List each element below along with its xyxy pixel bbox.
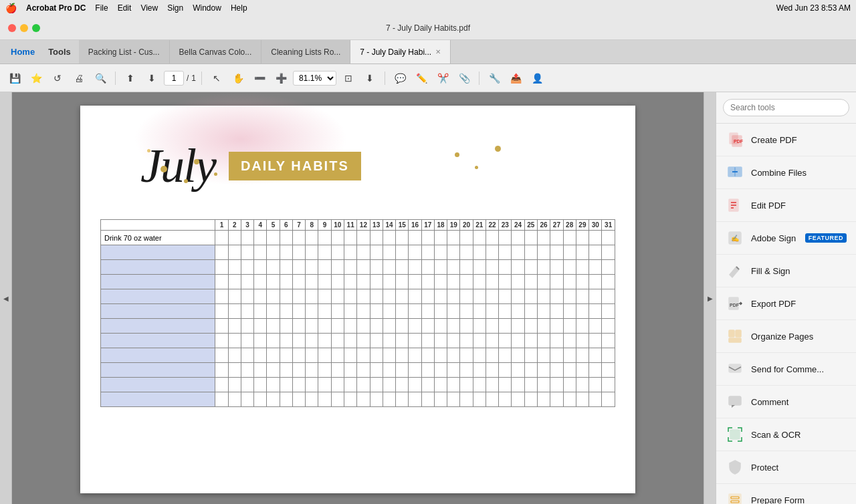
- day-cell[interactable]: [254, 289, 267, 304]
- day-cell[interactable]: [538, 378, 550, 392]
- day-cell[interactable]: [241, 245, 253, 260]
- day-cell[interactable]: [563, 348, 576, 363]
- day-cell[interactable]: [331, 334, 344, 348]
- day-cell[interactable]: [589, 319, 602, 334]
- day-cell[interactable]: [512, 275, 524, 289]
- day-cell[interactable]: [357, 334, 370, 348]
- day-cell[interactable]: [447, 289, 460, 304]
- select-tool[interactable]: ↖: [207, 69, 226, 88]
- day-cell[interactable]: [421, 245, 434, 260]
- day-cell[interactable]: [499, 289, 512, 304]
- day-cell[interactable]: [280, 260, 292, 275]
- day-cell[interactable]: [370, 319, 383, 334]
- day-cell[interactable]: [460, 275, 473, 289]
- page-number-input[interactable]: 1: [164, 71, 184, 86]
- day-cell[interactable]: [318, 245, 331, 260]
- day-cell[interactable]: [215, 260, 228, 275]
- day-cell[interactable]: [241, 378, 253, 392]
- tool-comment[interactable]: Comment: [716, 386, 856, 418]
- day-cell[interactable]: [228, 260, 241, 275]
- day-cell[interactable]: [576, 275, 588, 289]
- day-cell[interactable]: [318, 319, 331, 334]
- day-cell[interactable]: [473, 378, 486, 392]
- day-cell[interactable]: [486, 275, 498, 289]
- day-cell[interactable]: [447, 348, 460, 363]
- day-cell[interactable]: [409, 275, 421, 289]
- tools-search-input[interactable]: [723, 99, 849, 116]
- habit-name-cell[interactable]: [101, 378, 215, 392]
- day-cell[interactable]: [434, 231, 447, 245]
- day-cell[interactable]: [512, 245, 524, 260]
- day-cell[interactable]: [409, 319, 421, 334]
- day-cell[interactable]: [499, 260, 512, 275]
- day-cell[interactable]: [602, 289, 615, 304]
- day-cell[interactable]: [267, 260, 280, 275]
- day-cell[interactable]: [602, 245, 615, 260]
- day-cell[interactable]: [383, 392, 395, 407]
- day-cell[interactable]: [292, 231, 305, 245]
- day-cell[interactable]: [331, 392, 344, 407]
- day-cell[interactable]: [280, 245, 292, 260]
- day-cell[interactable]: [512, 319, 524, 334]
- day-cell[interactable]: [241, 304, 253, 319]
- day-cell[interactable]: [538, 231, 550, 245]
- habit-name-cell[interactable]: [101, 275, 215, 289]
- day-cell[interactable]: [267, 363, 280, 378]
- day-cell[interactable]: [460, 245, 473, 260]
- day-cell[interactable]: [318, 334, 331, 348]
- day-cell[interactable]: [396, 348, 409, 363]
- day-cell[interactable]: [241, 319, 253, 334]
- zoom-in-button[interactable]: ➕: [272, 69, 290, 88]
- day-cell[interactable]: [357, 289, 370, 304]
- day-cell[interactable]: [241, 231, 253, 245]
- day-cell[interactable]: [434, 245, 447, 260]
- day-cell[interactable]: [344, 334, 357, 348]
- day-cell[interactable]: [602, 304, 615, 319]
- habit-name-cell[interactable]: [101, 334, 215, 348]
- day-cell[interactable]: [357, 348, 370, 363]
- day-cell[interactable]: [228, 348, 241, 363]
- day-cell[interactable]: [306, 304, 318, 319]
- redact-tool[interactable]: ✂️: [433, 69, 452, 88]
- day-cell[interactable]: [512, 231, 524, 245]
- day-cell[interactable]: [434, 275, 447, 289]
- day-cell[interactable]: [447, 245, 460, 260]
- day-cell[interactable]: [254, 378, 267, 392]
- day-cell[interactable]: [383, 319, 395, 334]
- day-cell[interactable]: [473, 245, 486, 260]
- day-cell[interactable]: [318, 348, 331, 363]
- tab-july-daily-habits[interactable]: 7 - July Daily Habi... ✕: [350, 40, 451, 64]
- day-cell[interactable]: [254, 348, 267, 363]
- day-cell[interactable]: [499, 334, 512, 348]
- day-cell[interactable]: [306, 231, 318, 245]
- day-cell[interactable]: [396, 260, 409, 275]
- day-cell[interactable]: [280, 348, 292, 363]
- day-cell[interactable]: [280, 334, 292, 348]
- menu-sign[interactable]: Sign: [167, 3, 183, 13]
- day-cell[interactable]: [550, 334, 563, 348]
- day-cell[interactable]: [241, 392, 253, 407]
- day-cell[interactable]: [331, 304, 344, 319]
- day-cell[interactable]: [292, 289, 305, 304]
- day-cell[interactable]: [589, 260, 602, 275]
- day-cell[interactable]: [370, 275, 383, 289]
- tool-organize-pages[interactable]: Organize Pages: [716, 320, 856, 353]
- day-cell[interactable]: [524, 319, 537, 334]
- day-cell[interactable]: [396, 231, 409, 245]
- day-cell[interactable]: [370, 304, 383, 319]
- day-cell[interactable]: [409, 231, 421, 245]
- day-cell[interactable]: [550, 378, 563, 392]
- day-cell[interactable]: [409, 378, 421, 392]
- day-cell[interactable]: [499, 231, 512, 245]
- day-cell[interactable]: [447, 260, 460, 275]
- day-cell[interactable]: [306, 363, 318, 378]
- day-cell[interactable]: [512, 260, 524, 275]
- day-cell[interactable]: [421, 334, 434, 348]
- day-cell[interactable]: [292, 334, 305, 348]
- day-cell[interactable]: [434, 319, 447, 334]
- day-cell[interactable]: [434, 334, 447, 348]
- day-cell[interactable]: [383, 304, 395, 319]
- day-cell[interactable]: [292, 275, 305, 289]
- day-cell[interactable]: [589, 245, 602, 260]
- habit-name-cell[interactable]: [101, 260, 215, 275]
